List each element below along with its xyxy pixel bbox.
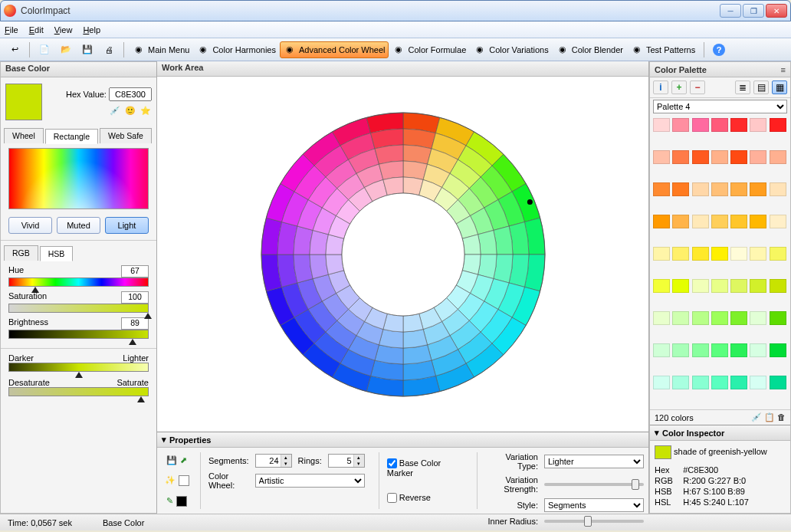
tab-hsb[interactable]: HSB xyxy=(40,246,74,261)
help-button[interactable]: ? xyxy=(709,41,729,58)
palette-swatch[interactable] xyxy=(711,118,728,132)
palette-swatch[interactable] xyxy=(653,279,670,293)
tab-wheel[interactable]: Wheel xyxy=(4,128,44,143)
mode-advwheel[interactable]: ◉Advanced Color Wheel xyxy=(280,41,389,58)
palette-swatch[interactable] xyxy=(672,279,689,293)
hue-value[interactable]: 67 xyxy=(121,265,149,277)
new-button[interactable]: 📄 xyxy=(34,41,54,58)
palette-swatch[interactable] xyxy=(672,215,689,228)
palette-swatch[interactable] xyxy=(672,182,689,196)
bcm-check[interactable]: Base Color Marker xyxy=(387,458,461,478)
palette-swatch[interactable] xyxy=(730,215,747,228)
palette-swatch[interactable] xyxy=(692,376,709,389)
palette-swatch[interactable] xyxy=(692,247,709,261)
add-color-icon[interactable]: + xyxy=(671,80,687,94)
color-wheel[interactable] xyxy=(250,101,556,408)
palette-swatch[interactable] xyxy=(711,247,728,261)
palette-swatch[interactable] xyxy=(750,376,766,389)
palette-swatch[interactable] xyxy=(750,150,766,164)
palette-swatch[interactable] xyxy=(672,343,689,357)
palette-swatch[interactable] xyxy=(653,343,670,357)
sat-value[interactable]: 100 xyxy=(121,291,149,304)
palette-swatch[interactable] xyxy=(653,247,670,261)
palette-swatch[interactable] xyxy=(692,343,709,357)
palette-swatch[interactable] xyxy=(770,279,786,293)
hue-slider[interactable] xyxy=(8,277,149,287)
palette-swatch[interactable] xyxy=(692,279,709,293)
palette-swatch[interactable] xyxy=(750,311,766,325)
palette-swatch[interactable] xyxy=(692,118,709,132)
magic-icon[interactable]: ✨ xyxy=(165,475,176,486)
view-grid-icon[interactable]: ▦ xyxy=(772,80,787,94)
palette-swatch[interactable] xyxy=(692,215,709,228)
palette-swatch[interactable] xyxy=(672,247,689,261)
pal-trash-icon[interactable]: 🗑 xyxy=(777,412,786,422)
menu-edit[interactable]: Edit xyxy=(29,25,44,34)
palette-swatch[interactable] xyxy=(730,376,747,389)
menu-view[interactable]: View xyxy=(54,25,73,34)
pal-eyedropper-icon[interactable]: 💉 xyxy=(751,412,762,422)
palette-swatch[interactable] xyxy=(770,247,786,261)
sat-slider[interactable] xyxy=(8,304,149,313)
palette-swatch[interactable] xyxy=(750,343,766,357)
palette-swatch[interactable] xyxy=(672,376,689,389)
back-button[interactable]: ↩ xyxy=(5,41,25,58)
palette-swatch[interactable] xyxy=(770,376,786,389)
palette-swatch[interactable] xyxy=(692,150,709,164)
btn-light[interactable]: Light xyxy=(105,217,149,234)
palette-swatch[interactable] xyxy=(711,376,728,389)
palette-swatch[interactable] xyxy=(730,182,747,196)
remove-color-icon[interactable]: − xyxy=(690,80,705,94)
desat-sat-slider[interactable] xyxy=(8,387,149,396)
close-button[interactable]: ✕ xyxy=(766,4,787,18)
palette-swatch[interactable] xyxy=(653,182,670,196)
palette-swatch[interactable] xyxy=(770,311,786,325)
view-large-icon[interactable]: ▤ xyxy=(753,80,769,94)
bri-slider[interactable] xyxy=(8,330,149,339)
fgcolor-swatch[interactable] xyxy=(179,475,189,486)
palette-swatch[interactable] xyxy=(672,311,689,325)
mode-variations[interactable]: ◉Color Variations xyxy=(470,41,552,58)
palette-swatch[interactable] xyxy=(653,118,670,132)
mode-mainmenu[interactable]: ◉Main Menu xyxy=(129,41,193,58)
palette-swatch[interactable] xyxy=(711,150,728,164)
smiley-icon[interactable]: 🙂 xyxy=(124,104,136,117)
tab-rectangle[interactable]: Rectangle xyxy=(45,129,98,144)
palette-swatch[interactable] xyxy=(711,343,728,357)
palette-swatch[interactable] xyxy=(770,215,786,228)
palette-swatch[interactable] xyxy=(770,150,786,164)
properties-header[interactable]: ▾ Properties xyxy=(157,432,648,448)
segments-spin[interactable]: 24▴▾ xyxy=(255,454,292,468)
palette-swatch[interactable] xyxy=(653,376,670,389)
ir-slider[interactable] xyxy=(544,520,644,523)
palette-swatch[interactable] xyxy=(730,118,747,132)
palette-swatch[interactable] xyxy=(653,215,670,228)
menu-help[interactable]: Help xyxy=(83,25,100,34)
palette-grid[interactable] xyxy=(650,115,790,409)
reverse-check[interactable]: Reverse xyxy=(387,493,461,504)
bgcolor-swatch[interactable] xyxy=(176,496,187,507)
save-button[interactable]: 💾 xyxy=(77,41,97,58)
palette-swatch[interactable] xyxy=(653,311,670,325)
mode-formulae[interactable]: ◉Color Formulae xyxy=(389,41,470,58)
info-icon[interactable]: i xyxy=(653,80,668,94)
palette-swatch[interactable] xyxy=(750,118,766,132)
palette-swatch[interactable] xyxy=(750,182,766,196)
style-select[interactable]: Segments xyxy=(544,498,644,512)
btn-vivid[interactable]: Vivid xyxy=(8,217,52,234)
vartype-select[interactable]: Lighter xyxy=(544,455,644,468)
eyedropper-icon[interactable]: 💉 xyxy=(109,104,121,117)
open-button[interactable]: 📂 xyxy=(56,41,76,58)
mode-blender[interactable]: ◉Color Blender xyxy=(553,41,627,58)
view-list-icon[interactable]: ≣ xyxy=(735,80,750,94)
mode-patterns[interactable]: ◉Test Patterns xyxy=(627,41,699,58)
favorite-icon[interactable]: ⭐ xyxy=(139,104,152,117)
palette-swatch[interactable] xyxy=(711,182,728,196)
props-export-icon[interactable]: ⬈ xyxy=(180,455,187,465)
pencil-icon[interactable]: ✎ xyxy=(166,496,173,507)
mode-harmonies[interactable]: ◉Color Harmonies xyxy=(193,41,280,58)
palette-swatch[interactable] xyxy=(653,150,670,164)
tab-websafe[interactable]: Web Safe xyxy=(100,128,152,143)
palette-swatch[interactable] xyxy=(730,150,747,164)
palette-swatch[interactable] xyxy=(750,215,766,228)
